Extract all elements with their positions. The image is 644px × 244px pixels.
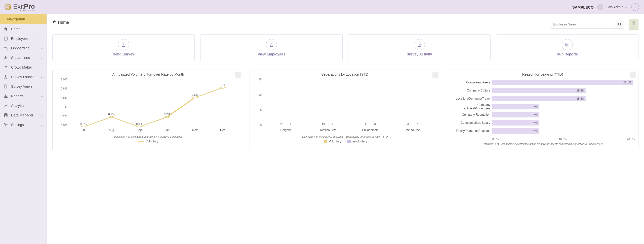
chart-separations: ⋯ Separations by Location (YTD) 151050 1… (250, 70, 441, 150)
chevron-down-icon: ⌄ (41, 37, 43, 40)
data-label: 13 (279, 123, 283, 126)
chart-menu-button[interactable]: ⋯ (235, 72, 241, 78)
action-label: Send Survey (113, 52, 134, 56)
data-label: 0.8% (220, 83, 226, 86)
bar: 15.4% (492, 96, 586, 101)
reports-icon (4, 94, 8, 98)
sidebar-item-label: Survey Launcher (11, 75, 38, 79)
sidebar-item-label: Crowd Maker (11, 65, 32, 69)
reason-row: Company Reputation7.7% (451, 112, 633, 118)
chart-title: Reason for Leaving (YTD) (451, 72, 635, 76)
chevron-down-icon: ⌄ (633, 26, 635, 28)
action-survey-activity[interactable]: Survey Activity (348, 34, 491, 61)
sidebar-item-survey-launcher[interactable]: Survey Launcher⌄ (0, 72, 47, 82)
chevron-down-icon: ⌄ (41, 104, 43, 107)
svg-point-32 (220, 87, 225, 88)
svg-rect-0 (4, 37, 7, 40)
sidebar-item-label: Analytics (11, 104, 25, 108)
search-input[interactable] (550, 20, 615, 28)
emp-icon (266, 39, 277, 50)
legend-voluntary: Voluntary (324, 140, 341, 143)
chart-definition: Definition: # of Voluntary Separations /… (56, 135, 240, 138)
svg-point-2 (6, 47, 7, 48)
reason-row: Location/Commute/Travel15.4% (451, 96, 633, 102)
employee-search (550, 20, 624, 28)
svg-point-1 (6, 38, 6, 38)
sidebar-item-data-manager[interactable]: Data Manager⌄ (0, 110, 47, 120)
chart-definition: Definition: # of Respondents selected th… (451, 143, 635, 145)
viewer-icon (4, 84, 8, 89)
bar: 15.4% (492, 88, 586, 93)
settings-icon (4, 123, 8, 127)
avatar[interactable] (597, 4, 603, 10)
svg-point-11 (618, 23, 620, 25)
chevron-down-icon: ⌄ (41, 95, 43, 98)
sidebar-item-label: Reports (11, 94, 23, 98)
main: Home ? ⌄ Send SurveyView EmployeesSurvey… (47, 14, 644, 244)
reason-label: Company Reputation (451, 113, 492, 116)
sidebar-item-reports[interactable]: Reports⌄ (0, 91, 47, 101)
chart-menu-button[interactable]: ⋯ (432, 72, 438, 78)
sidebar-item-onboarding[interactable]: Onboarding⌄ (0, 43, 47, 53)
action-send-survey[interactable]: Send Survey (52, 34, 195, 61)
analytics-icon (4, 103, 8, 108)
svg-point-27 (81, 126, 86, 127)
logo[interactable]: ExitPro by RETENSA (5, 3, 35, 12)
chart-title: Annualized Voluntary Turnover Rate by Mo… (56, 72, 240, 76)
sidebar-item-employees[interactable]: Employees⌄ (0, 34, 47, 43)
action-view-employees[interactable]: View Employees (200, 34, 343, 61)
user-name: Sys Admin (607, 5, 623, 9)
action-label: Survey Activity (407, 52, 432, 56)
chart-title: Separations by Location (YTD) (253, 72, 437, 76)
theme-badge-icon[interactable]: ✦ (631, 3, 639, 11)
data-label: 4 (332, 123, 333, 126)
home-icon (52, 20, 56, 25)
svg-point-10 (5, 124, 7, 126)
sidebar-item-home[interactable]: Home (0, 24, 47, 34)
data-label: 3 (417, 123, 418, 126)
legend-involuntary: Involuntary (347, 140, 367, 143)
action-label: View Employees (258, 52, 285, 56)
data-icon (4, 113, 8, 117)
user-menu[interactable]: Sys Admin ⌄ (607, 5, 627, 9)
sidebar-item-label: Data Manager (11, 113, 33, 117)
data-label: 0.0% (136, 123, 142, 126)
chevron-down-icon: ⌄ (41, 114, 43, 117)
sidebar-item-analytics[interactable]: Analytics⌄ (0, 101, 47, 110)
sidebar-header[interactable]: ‹ Navigation (0, 14, 47, 24)
svg-point-3 (5, 56, 6, 58)
launch-icon (4, 75, 8, 79)
chart-turnover: ⋯ Annualized Voluntary Turnover Rate by … (52, 70, 244, 150)
sidebar-item-label: Home (11, 27, 20, 31)
svg-point-31 (193, 97, 197, 98)
legend-voluntary: ─●─Voluntary (138, 140, 158, 143)
svg-point-6 (5, 67, 6, 68)
sidebar-item-label: Separations (11, 56, 30, 60)
data-label: 0.6% (192, 93, 198, 96)
bar: 7.7% (492, 128, 539, 134)
sidebar-item-separations[interactable]: Separations⌄ (0, 53, 47, 63)
reason-row: Company Culture15.4% (451, 87, 633, 94)
sidebar-item-survey-viewer[interactable]: Survey Viewer⌄ (0, 82, 47, 91)
reason-label: Co-workers/Peers (451, 81, 492, 84)
chart-reasons: ⋯ Reason for Leaving (YTD) Co-workers/Pe… (447, 70, 638, 150)
chart-menu-button[interactable]: ⋯ (630, 72, 636, 78)
sidebar-item-settings[interactable]: Settings⌄ (0, 120, 47, 130)
help-button[interactable]: ? ⌄ (629, 19, 638, 30)
data-label: 0.2% (108, 113, 114, 116)
svg-point-5 (6, 66, 7, 67)
data-label: 1 (290, 123, 291, 126)
svg-point-28 (109, 116, 114, 117)
search-button[interactable] (615, 20, 624, 28)
reason-label: Company Policies/Procedures (451, 103, 492, 110)
crowd-icon (4, 65, 8, 70)
data-label: 6 (407, 123, 409, 126)
reason-label: Compensation: Salary (451, 121, 492, 125)
reason-label: Location/Commute/Travel (451, 97, 492, 100)
action-run-reports[interactable]: Run Reports (496, 34, 638, 61)
chevron-down-icon: ⌄ (41, 47, 43, 50)
bar: 7.7% (492, 112, 539, 117)
reason-row: Compensation: Salary7.7% (451, 120, 633, 126)
sidebar-item-crowd-maker[interactable]: Crowd Maker⌄ (0, 63, 47, 72)
chevron-down-icon: ⌄ (41, 75, 43, 79)
